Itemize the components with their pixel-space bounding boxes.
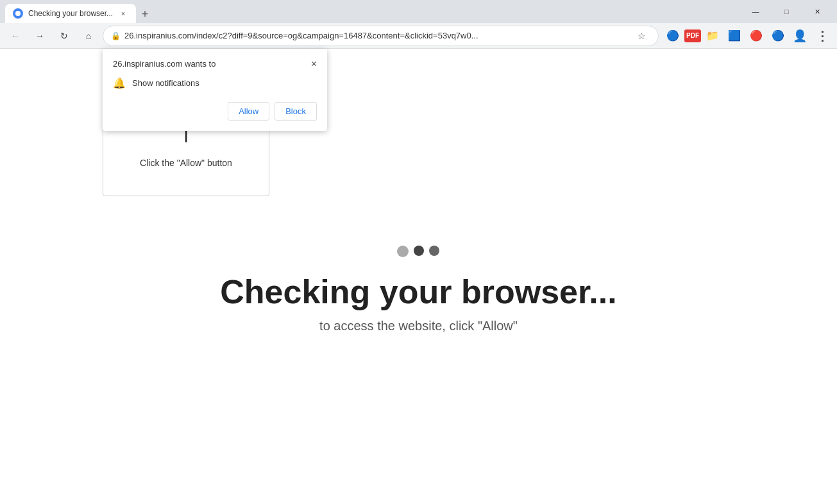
tab-title: Checking your browser... xyxy=(28,9,113,18)
close-window-button[interactable]: ✕ xyxy=(802,0,832,23)
extension-icon-4[interactable]: 🔴 xyxy=(746,26,766,46)
address-path: /index/c2?diff=9&source=og&campaign=1648… xyxy=(194,31,478,40)
tab-close-button[interactable]: × xyxy=(118,8,128,19)
pdf-extension-icon[interactable]: PDF xyxy=(684,29,701,42)
address-text: 26.inspiranius.com/index/c2?diff=9&sourc… xyxy=(124,31,629,40)
popup-buttons: Allow Block xyxy=(113,102,317,121)
notification-permission-text: Show notifications xyxy=(132,78,199,88)
extension-icon-5[interactable]: 🔵 xyxy=(768,26,788,46)
svg-point-0 xyxy=(15,11,21,16)
dot-3 xyxy=(429,246,439,256)
loading-dots xyxy=(397,246,439,257)
popup-permission-row: 🔔 Show notifications xyxy=(113,77,317,89)
forward-button[interactable]: → xyxy=(30,26,50,46)
reload-button[interactable]: ↻ xyxy=(54,26,74,46)
popup-title: 26.inspiranius.com wants to xyxy=(113,59,216,69)
extension-icon-3[interactable]: 🟦 xyxy=(724,26,745,46)
click-instruction-text: Click the "Allow" button xyxy=(140,158,232,168)
notification-popup: 26.inspiranius.com wants to × 🔔 Show not… xyxy=(103,49,327,131)
bookmark-star-icon[interactable]: ☆ xyxy=(632,27,650,45)
window-controls: — □ ✕ xyxy=(741,0,832,23)
title-bar: Checking your browser... × + — □ ✕ xyxy=(0,0,837,23)
dot-1 xyxy=(397,246,409,257)
browser-frame: Checking your browser... × + — □ ✕ ← → ↻… xyxy=(0,0,837,504)
toolbar-extension-icons: 🔵 PDF 📁 🟦 🔴 🔵 👤 ⋮ xyxy=(663,26,832,46)
block-button[interactable]: Block xyxy=(275,102,317,121)
tab-area: Checking your browser... × + xyxy=(5,0,738,23)
allow-button[interactable]: Allow xyxy=(228,102,269,121)
account-button[interactable]: 👤 xyxy=(790,26,810,46)
page-center-content: Checking your browser... to access the w… xyxy=(220,246,616,333)
checking-title: Checking your browser... xyxy=(220,273,616,311)
tab-favicon xyxy=(13,8,23,19)
page-content: 26.inspiranius.com wants to × 🔔 Show not… xyxy=(0,49,837,504)
popup-header: 26.inspiranius.com wants to × xyxy=(113,59,317,69)
extension-icon-1[interactable]: 🔵 xyxy=(663,26,683,46)
maximize-button[interactable]: □ xyxy=(772,0,801,23)
bell-icon: 🔔 xyxy=(113,77,126,89)
extension-icon-2[interactable]: 📁 xyxy=(702,26,723,46)
browser-tab[interactable]: Checking your browser... × xyxy=(5,4,136,23)
home-button[interactable]: ⌂ xyxy=(78,26,99,46)
minimize-button[interactable]: — xyxy=(741,0,770,23)
browser-toolbar: ← → ↻ ⌂ 🔒 26.inspiranius.com/index/c2?di… xyxy=(0,23,837,49)
popup-close-button[interactable]: × xyxy=(311,59,317,69)
address-bar[interactable]: 🔒 26.inspiranius.com/index/c2?diff=9&sou… xyxy=(103,26,659,46)
address-domain: 26.inspiranius.com xyxy=(124,31,194,40)
lock-icon: 🔒 xyxy=(111,31,121,40)
dot-2 xyxy=(414,246,424,256)
new-tab-button[interactable]: + xyxy=(136,5,154,23)
back-button[interactable]: ← xyxy=(5,26,26,46)
menu-button[interactable]: ⋮ xyxy=(811,26,832,46)
checking-subtitle: to access the website, click "Allow" xyxy=(319,319,518,333)
